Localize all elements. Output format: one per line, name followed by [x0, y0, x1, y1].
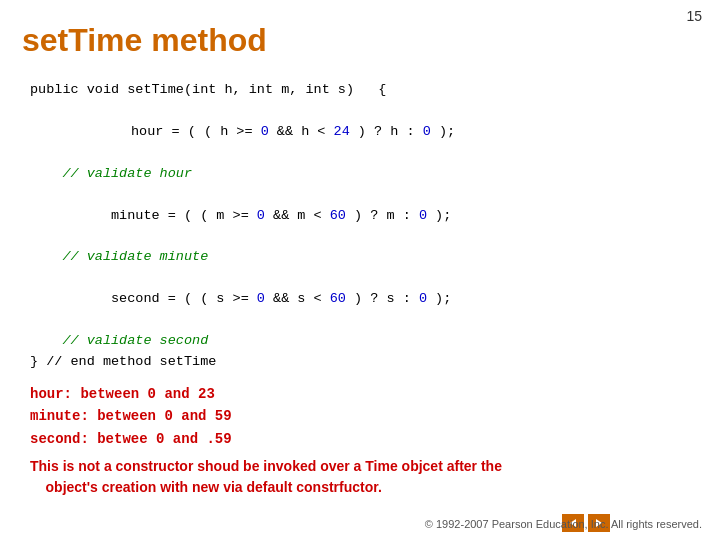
- code-second-pre: second = ( ( s >=: [79, 291, 257, 306]
- code-closing: } // end method setTime: [30, 352, 700, 373]
- code-comment1: // validate hour: [30, 164, 700, 185]
- code-minute-pre: minute = ( ( m >=: [79, 208, 257, 223]
- info-hour: hour: between 0 and 23: [30, 383, 700, 405]
- code-hour-m: && h <: [269, 124, 334, 139]
- code-hour-n1: 0: [261, 124, 269, 139]
- info-minute: minute: between 0 and 59: [30, 405, 700, 427]
- slide-content: public void setTime(int h, int m, int s)…: [30, 80, 700, 498]
- code-hour-post: ) ? h :: [350, 124, 423, 139]
- code-signature: public void setTime(int h, int m, int s)…: [30, 80, 700, 101]
- code-second-end: );: [427, 291, 451, 306]
- footer-copyright: © 1992-2007 Pearson Education, Inc. All …: [425, 518, 702, 530]
- code-second-n3: 0: [419, 291, 427, 306]
- code-second-m: && s <: [265, 291, 330, 306]
- code-minute-m: && m <: [265, 208, 330, 223]
- code-comment3: // validate second: [30, 331, 700, 352]
- slide-number: 15: [686, 8, 702, 24]
- code-comment2: // validate minute: [30, 247, 700, 268]
- code-second-post: ) ? s :: [346, 291, 419, 306]
- code-minute-post: ) ? m :: [346, 208, 419, 223]
- info-second: second: betwee 0 and .59: [30, 428, 700, 450]
- code-minute-n3: 0: [419, 208, 427, 223]
- code-minute-n1: 0: [257, 208, 265, 223]
- code-line-hour: hour = ( ( h >= 0 && h < 24 ) ? h : 0 );: [30, 101, 700, 164]
- code-second-n2: 60: [330, 291, 346, 306]
- code-line-second: second = ( ( s >= 0 && s < 60 ) ? s : 0 …: [30, 268, 700, 331]
- code-minute-n2: 60: [330, 208, 346, 223]
- code-hour-n3: 0: [423, 124, 431, 139]
- code-block: public void setTime(int h, int m, int s)…: [30, 80, 700, 373]
- code-hour-n2: 24: [334, 124, 350, 139]
- code-hour-end: );: [431, 124, 455, 139]
- code-second-n1: 0: [257, 291, 265, 306]
- info-block: hour: between 0 and 23 minute: between 0…: [30, 383, 700, 450]
- slide-title: setTime method: [22, 22, 267, 59]
- warning-block: This is not a constructor shoud be invok…: [30, 456, 700, 498]
- code-minute-end: );: [427, 208, 451, 223]
- code-hour-pre: hour = ( ( h >=: [99, 124, 261, 139]
- code-line-minute: minute = ( ( m >= 0 && m < 60 ) ? m : 0 …: [30, 185, 700, 248]
